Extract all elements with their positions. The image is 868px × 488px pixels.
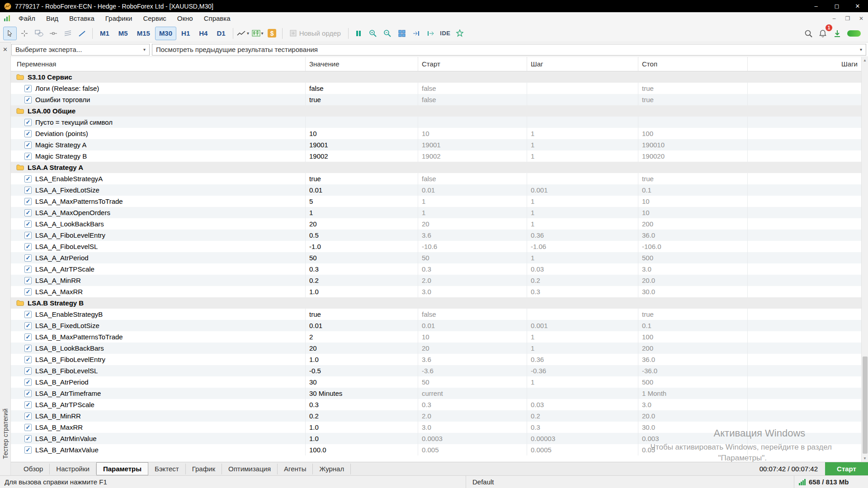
menu-item[interactable]: Сервис: [137, 12, 171, 24]
checkbox-checked[interactable]: ✓: [24, 356, 32, 363]
checkbox-checked[interactable]: ✓: [24, 390, 32, 397]
parameter-row[interactable]: ✓LSA_B_AtrTPScale0.30.30.033.0: [11, 399, 861, 410]
menu-item[interactable]: Файл: [13, 12, 41, 24]
profile-selector[interactable]: Default: [466, 478, 794, 486]
checkbox-checked[interactable]: ✓: [24, 435, 32, 442]
expert-select[interactable]: Выберите эксперта... ▾: [11, 44, 150, 56]
value-cell[interactable]: 1.0: [306, 422, 418, 433]
metaeditor-button[interactable]: [453, 27, 467, 40]
value-cell[interactable]: 100.0: [306, 444, 418, 455]
checkbox-checked[interactable]: ✓: [24, 153, 32, 160]
menu-item[interactable]: Вид: [41, 12, 64, 24]
parameter-row[interactable]: ✓LSA_A_MaxOpenOrders11110: [11, 207, 861, 218]
chart-minimize-icon[interactable]: –: [827, 12, 841, 24]
ide-button[interactable]: IDE: [439, 27, 452, 40]
parameter-row[interactable]: ✓Magic Strategy B19002190021190020: [11, 150, 861, 162]
chart-close-icon[interactable]: ✕: [854, 12, 868, 24]
parameter-row[interactable]: ✓LSA_EnableStrategyAtruefalsetrue: [11, 173, 861, 184]
notifications-button[interactable]: 1: [816, 27, 830, 40]
checkbox-checked[interactable]: ✓: [24, 288, 32, 296]
value-cell[interactable]: 0.3: [306, 399, 418, 410]
value-cell[interactable]: 19002: [306, 150, 418, 162]
tester-tab[interactable]: Параметры: [96, 462, 148, 475]
column-header[interactable]: Старт: [418, 57, 527, 71]
value-cell[interactable]: 1.0: [306, 286, 418, 297]
zoom-out-button[interactable]: [381, 27, 394, 40]
search-button[interactable]: [802, 27, 815, 40]
checkbox-checked[interactable]: ✓: [24, 141, 32, 149]
parameter-row[interactable]: ✓LSA_B_AtrMaxValue100.00.0050.00050.05: [11, 444, 861, 455]
checkbox-checked[interactable]: ✓: [24, 209, 32, 216]
value-cell[interactable]: 30 Minutes: [306, 388, 418, 399]
checkbox-checked[interactable]: ✓: [24, 345, 32, 352]
checkbox-checked[interactable]: ✓: [24, 277, 32, 284]
checkbox-checked[interactable]: ✓: [24, 187, 32, 194]
value-cell[interactable]: 30: [306, 376, 418, 388]
checkbox-checked[interactable]: ✓: [24, 401, 32, 408]
value-cell[interactable]: 10: [306, 128, 418, 139]
checkbox-checked[interactable]: ✓: [24, 266, 32, 273]
value-cell[interactable]: 0.2: [306, 275, 418, 286]
value-cell[interactable]: 1.0: [306, 354, 418, 365]
value-cell[interactable]: true: [306, 309, 418, 320]
trendlines-tool-button[interactable]: [61, 27, 75, 40]
checkbox-checked[interactable]: ✓: [24, 198, 32, 205]
scroll-up-icon[interactable]: ▲: [862, 57, 868, 64]
group-row[interactable]: LSA.00 Общие: [11, 105, 861, 117]
value-cell[interactable]: 0.01: [306, 184, 418, 196]
value-cell[interactable]: 1.0: [306, 433, 418, 444]
parameter-row[interactable]: ✓LSA_B_AtrTimeframe30 Minutescurrent1 Mo…: [11, 388, 861, 399]
symbols-button[interactable]: $: [265, 27, 279, 40]
close-panel-icon[interactable]: ✕: [3, 46, 8, 53]
column-header[interactable]: Шаг: [527, 57, 638, 71]
value-cell[interactable]: 0.01: [306, 320, 418, 331]
checkbox-checked[interactable]: ✓: [24, 379, 32, 386]
parameter-row[interactable]: ✓LSA_B_LookBackBars20201200: [11, 343, 861, 354]
menu-item[interactable]: Графики: [100, 12, 138, 24]
parameter-row[interactable]: ✓Логи (Release: false)falsefalsetrue: [11, 83, 861, 94]
tester-tab[interactable]: Агенты: [278, 464, 313, 474]
parameter-row[interactable]: ✓LSA_A_FiboLevelEntry0.53.60.3636.0: [11, 230, 861, 241]
checkbox-checked[interactable]: ✓: [24, 119, 32, 126]
value-cell[interactable]: 0.2: [306, 410, 418, 422]
column-header[interactable]: Шаги: [748, 57, 861, 71]
menu-item[interactable]: Справка: [198, 12, 236, 24]
timeframe-button[interactable]: M15: [133, 27, 154, 40]
parameter-row[interactable]: ✓Пусто = текущий символ: [11, 117, 861, 128]
checkbox-checked[interactable]: ✓: [24, 254, 32, 262]
value-cell[interactable]: 2: [306, 331, 418, 343]
parameter-row[interactable]: ✓LSA_B_AtrPeriod30501500: [11, 376, 861, 388]
parameter-row[interactable]: ✓LSA_A_AtrTPScale0.30.30.033.0: [11, 263, 861, 275]
parameter-row[interactable]: ✓LSA_A_AtrPeriod50501500: [11, 252, 861, 263]
chart-shift-button[interactable]: [424, 27, 438, 40]
value-cell[interactable]: 1: [306, 207, 418, 218]
visual-pause-button[interactable]: [352, 27, 365, 40]
checkbox-checked[interactable]: ✓: [24, 243, 32, 250]
group-row[interactable]: S3.10 Сервис: [11, 71, 861, 83]
zoom-in-button[interactable]: [366, 27, 380, 40]
checkbox-checked[interactable]: ✓: [24, 333, 32, 341]
value-cell[interactable]: -0.5: [306, 365, 418, 376]
timeframe-button[interactable]: M1: [96, 27, 113, 40]
parameter-row[interactable]: ✓LSA_B_MaxRR1.03.00.330.0: [11, 422, 861, 433]
checkbox-checked[interactable]: ✓: [24, 175, 32, 183]
checkbox-checked[interactable]: ✓: [24, 367, 32, 375]
indicators-button[interactable]: ▾: [251, 27, 264, 40]
tester-tab[interactable]: Настройки: [50, 464, 96, 474]
parameter-row[interactable]: ✓LSA_A_MinRR0.22.00.220.0: [11, 275, 861, 286]
checkbox-checked[interactable]: ✓: [24, 413, 32, 420]
parameter-row[interactable]: ✓LSA_B_AtrMinValue1.00.00030.000030.003: [11, 433, 861, 444]
tester-tab[interactable]: Журнал: [313, 464, 351, 474]
checkbox-checked[interactable]: ✓: [24, 311, 32, 318]
parameter-row[interactable]: ✓Ошибки торговлиtruefalsetrue: [11, 94, 861, 105]
scrollbar-thumb[interactable]: [863, 357, 868, 454]
parameter-row[interactable]: ✓LSA_A_LookBackBars20201200: [11, 218, 861, 230]
previous-results-select[interactable]: Посмотреть предыдущие результаты тестиро…: [152, 44, 866, 56]
crosshair-tool-button[interactable]: [18, 27, 31, 40]
vertical-scrollbar[interactable]: ▲ ▼: [861, 57, 868, 462]
column-header[interactable]: Значение: [306, 57, 418, 71]
value-cell[interactable]: 0.5: [306, 230, 418, 241]
tester-tab[interactable]: Обзор: [17, 464, 50, 474]
value-cell[interactable]: true: [306, 94, 418, 105]
minimize-button[interactable]: –: [806, 0, 826, 12]
